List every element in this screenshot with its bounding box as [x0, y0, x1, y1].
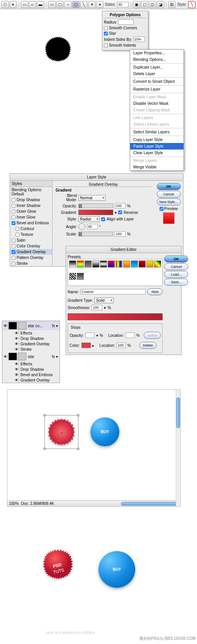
- name-input[interactable]: [80, 289, 146, 294]
- style-item[interactable]: Color Overlay: [10, 243, 52, 249]
- smoothness-dropdown-icon[interactable]: ▾: [104, 306, 106, 310]
- radius-input[interactable]: [118, 19, 134, 25]
- style-checkbox[interactable]: [12, 210, 15, 214]
- cancel-button[interactable]: Cancel: [157, 191, 181, 198]
- layer-row[interactable]: 👁starfx ▾: [2, 352, 59, 361]
- menu-item[interactable]: Clear Layer Style: [130, 150, 183, 156]
- menu-item[interactable]: Convert to Smart Object: [130, 78, 183, 85]
- style-item[interactable]: Drop Shadow: [10, 197, 52, 203]
- style-item[interactable]: Outer Glow: [10, 209, 52, 214]
- menu-item[interactable]: Paste Layer Style: [130, 143, 183, 150]
- shape-path-icon[interactable]: ▱: [29, 1, 36, 8]
- transform-handle[interactable]: [44, 414, 46, 416]
- style-checkbox[interactable]: [12, 262, 15, 266]
- effect-item[interactable]: 👁Stroke: [2, 346, 59, 352]
- visibility-icon[interactable]: 👁: [14, 377, 19, 383]
- angle-input[interactable]: [87, 224, 98, 229]
- stop-color-swatch[interactable]: [82, 343, 91, 348]
- visibility-icon[interactable]: 👁: [14, 346, 19, 352]
- effects-header[interactable]: 👁Effects: [2, 330, 59, 336]
- rounded-rect-icon[interactable]: ▢: [56, 1, 64, 8]
- scrollbar-vertical[interactable]: [176, 390, 180, 506]
- transform-handle[interactable]: [77, 414, 79, 416]
- style-item[interactable]: Gradient Overlay: [10, 249, 52, 255]
- scale-slider[interactable]: [78, 232, 113, 236]
- delete-opacity-stop-button[interactable]: Delete: [144, 332, 161, 339]
- style-item[interactable]: Pattern Overlay: [10, 255, 52, 261]
- style-checkbox[interactable]: [12, 256, 15, 260]
- style-checkbox[interactable]: [12, 250, 15, 254]
- visibility-icon[interactable]: 👁: [14, 372, 19, 377]
- fx-badge[interactable]: fx ▾: [51, 355, 59, 359]
- zoom-level[interactable]: 100%: [9, 501, 19, 506]
- scrollbar-horizontal[interactable]: [121, 502, 179, 506]
- ok-button[interactable]: OK: [157, 183, 181, 190]
- effect-item[interactable]: 👁Bevel and Emboss: [2, 372, 59, 377]
- style-item[interactable]: Contour: [10, 226, 52, 232]
- star-checkbox[interactable]: [104, 32, 108, 35]
- align-checkbox[interactable]: [101, 217, 105, 221]
- options-dropdown-icon[interactable]: ▾: [96, 1, 104, 8]
- sides-input[interactable]: [117, 2, 129, 7]
- effect-item[interactable]: 👁Drop Shadow: [2, 367, 59, 372]
- gradient-preview[interactable]: [78, 210, 113, 215]
- effect-item[interactable]: 👁Drop Shadow: [2, 336, 59, 341]
- visibility-icon[interactable]: 👁: [14, 330, 19, 336]
- style-checkbox[interactable]: [12, 221, 15, 225]
- style-checkbox[interactable]: [12, 215, 15, 219]
- shape-rect-icon[interactable]: ▭: [21, 1, 28, 8]
- style-item[interactable]: Satin: [10, 237, 52, 243]
- menu-item[interactable]: Merge Visible: [130, 164, 183, 170]
- menu-item[interactable]: Copy Layer Style: [130, 136, 183, 143]
- menu-item[interactable]: Duplicate Layer...: [130, 64, 183, 71]
- style-swatch[interactable]: ╲: [188, 1, 195, 8]
- visibility-icon[interactable]: 👁: [14, 341, 19, 346]
- menu-item[interactable]: Select Similar Layers: [130, 129, 183, 135]
- visibility-icon[interactable]: 👁: [3, 323, 8, 328]
- transform-bounding-box[interactable]: ✦: [44, 415, 78, 449]
- new-style-button[interactable]: New Style...: [157, 198, 181, 205]
- fx-badge[interactable]: fx ▾: [51, 324, 59, 328]
- reverse-checkbox[interactable]: [118, 210, 122, 214]
- style-checkbox[interactable]: [15, 233, 19, 237]
- transform-handle[interactable]: [77, 448, 79, 450]
- intersect-shape-icon[interactable]: ◫: [149, 1, 156, 8]
- delete-color-stop-button[interactable]: Delete: [139, 342, 156, 349]
- style-item[interactable]: Inner Glow: [10, 214, 52, 220]
- smooth-indents-checkbox[interactable]: [104, 44, 108, 47]
- combine-shape-icon[interactable]: ▣: [133, 1, 140, 8]
- dropdown-arrow[interactable]: ▾: [10, 1, 17, 8]
- scale-input[interactable]: [115, 231, 126, 237]
- menu-item[interactable]: Delete Layer: [130, 71, 183, 77]
- style-item[interactable]: Bevel and Emboss: [10, 220, 52, 226]
- polygon-icon[interactable]: ⬠: [72, 1, 80, 8]
- gradient-dropdown-icon[interactable]: ▾: [115, 210, 117, 215]
- shape-fill-icon[interactable]: ▬: [37, 1, 44, 8]
- style-select[interactable]: Radial: [78, 216, 100, 222]
- style-item[interactable]: Inner Shadow: [10, 203, 52, 209]
- angle-dial[interactable]: [78, 223, 85, 230]
- layer-row[interactable]: 👁star co...fx ▾: [2, 321, 59, 330]
- polygon-tool-icon[interactable]: ⬠: [2, 1, 9, 8]
- gradient-bar[interactable]: [68, 313, 163, 320]
- style-checkbox[interactable]: [12, 204, 15, 208]
- preview-checkbox[interactable]: [160, 207, 163, 211]
- style-checkbox[interactable]: [15, 227, 19, 231]
- opacity-input[interactable]: [115, 203, 126, 209]
- menu-item[interactable]: Blending Options...: [130, 56, 183, 63]
- menu-item[interactable]: Rasterize Layer: [130, 86, 183, 92]
- indent-input[interactable]: [133, 37, 145, 42]
- visibility-icon[interactable]: 👁: [14, 336, 19, 341]
- gradient-presets[interactable]: [68, 259, 163, 286]
- gradient-type-select[interactable]: Solid: [94, 298, 114, 303]
- exclude-shape-icon[interactable]: ◪: [157, 1, 164, 8]
- rect-shape-icon[interactable]: ▭: [48, 1, 56, 8]
- style-checkbox[interactable]: [12, 198, 15, 202]
- effect-item[interactable]: 👁Gradient Overlay: [2, 341, 59, 346]
- ge-save-button[interactable]: Save...: [164, 279, 188, 286]
- ge-load-button[interactable]: Load...: [164, 271, 188, 278]
- link-icon[interactable]: ⛓: [168, 1, 176, 8]
- stop-location-input-1[interactable]: [126, 333, 135, 338]
- ge-ok-button[interactable]: OK: [164, 256, 188, 262]
- visibility-icon[interactable]: 👁: [14, 361, 19, 367]
